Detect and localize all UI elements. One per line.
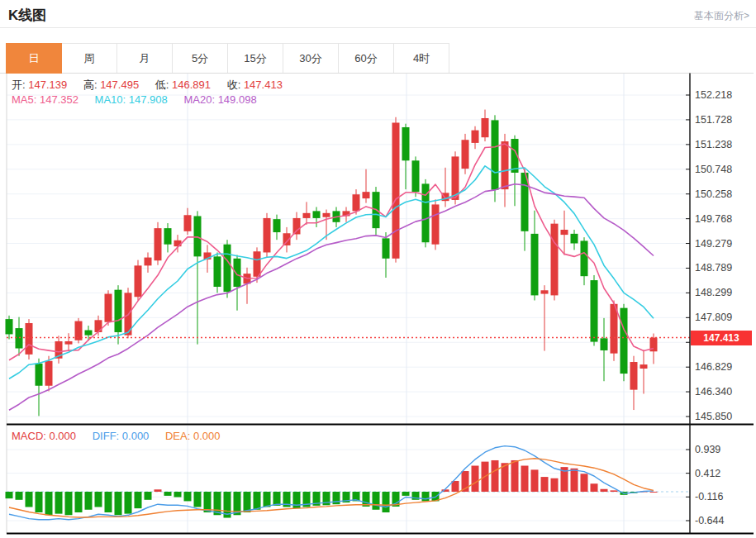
- macd-bar: [244, 492, 251, 512]
- macd-bar: [521, 466, 529, 493]
- candle-body: [383, 238, 390, 258]
- dea-label: DEA:: [165, 430, 190, 442]
- kline-page: K线图 基本面分析> 日周月5分15分30分60分4时 152.218151.7…: [0, 0, 756, 538]
- candle-body: [353, 194, 360, 211]
- candle-body: [640, 364, 648, 369]
- candle-body: [184, 215, 192, 231]
- macd-bar: [174, 492, 182, 498]
- ma20-label: MA20:: [183, 93, 215, 106]
- macd-bar: [184, 492, 192, 501]
- candle-body: [363, 192, 370, 198]
- candle-body: [95, 320, 102, 332]
- diff-value: 0.000: [122, 430, 150, 442]
- ohlc-info: 开: 147.139 高: 147.495 低: 146.891 收: 147.…: [12, 78, 296, 93]
- macd-bar: [531, 469, 539, 492]
- high-value: 147.495: [100, 79, 139, 91]
- low-label: 低:: [155, 79, 169, 91]
- candle-body: [164, 228, 172, 245]
- macd-bar: [155, 489, 162, 492]
- macd-bar: [125, 492, 132, 514]
- macd-bar: [383, 492, 390, 512]
- candle-body: [254, 251, 261, 277]
- macd-bar: [601, 489, 608, 492]
- price-tick-label: 145.850: [695, 411, 732, 422]
- candle-body: [293, 218, 301, 235]
- macd-bar: [293, 492, 301, 508]
- ma5-value: 147.352: [40, 93, 78, 106]
- candle-body: [115, 290, 122, 332]
- price-tick-label: 146.829: [695, 361, 732, 373]
- macd-bar: [551, 478, 559, 492]
- macd-bar: [254, 492, 261, 510]
- close-label: 收:: [227, 79, 241, 91]
- macd-bar: [6, 492, 13, 498]
- current-price-badge: 147.413: [691, 331, 752, 345]
- candle-body: [224, 245, 231, 292]
- macd-bar: [611, 490, 618, 492]
- price-tick-label: 152.218: [695, 89, 732, 101]
- macd-bar: [373, 492, 380, 510]
- open-label: 开:: [12, 79, 26, 91]
- ma20-value: 149.098: [218, 93, 257, 106]
- tab-日[interactable]: 日: [6, 43, 62, 74]
- candle-body: [155, 228, 162, 260]
- candle-body: [145, 258, 152, 266]
- price-tick-label: 150.748: [695, 164, 732, 175]
- open-value: 147.139: [28, 79, 67, 91]
- price-tick-label: 148.789: [695, 262, 732, 274]
- macd-bar: [264, 492, 271, 507]
- candle-body: [541, 290, 549, 293]
- candle-body: [571, 234, 578, 244]
- macd-tick-label: -0.644: [695, 515, 724, 526]
- candle-body: [581, 240, 588, 276]
- price-tick-label: 148.299: [695, 287, 732, 298]
- macd-bar: [650, 492, 658, 493]
- macd-bar: [85, 492, 93, 510]
- macd-bar: [591, 483, 598, 492]
- macd-bar: [16, 492, 23, 500]
- candle-body: [273, 219, 281, 232]
- macd-bar: [36, 492, 43, 512]
- candle-body: [6, 319, 13, 334]
- close-value: 147.413: [244, 79, 283, 91]
- macd-bar: [145, 492, 152, 500]
- candle-body: [105, 294, 112, 322]
- candle-body: [85, 331, 93, 336]
- candle-body: [462, 140, 469, 169]
- macd-bar: [26, 492, 33, 507]
- candle-body: [264, 218, 271, 253]
- candle-body: [234, 259, 241, 287]
- candle-body: [620, 308, 628, 374]
- price-tick-label: 151.728: [695, 114, 732, 126]
- macd-tick-label: 0.412: [695, 468, 720, 479]
- macd-label: MACD:: [12, 430, 46, 442]
- candle-body: [65, 341, 73, 345]
- price-tick-label: 150.258: [695, 188, 732, 200]
- ma-info: MA5: 147.352 MA10: 147.908 MA20: 149.098: [12, 93, 270, 106]
- macd-bar: [105, 492, 112, 512]
- macd-bar: [273, 492, 281, 506]
- dea-value: 0.000: [193, 430, 221, 442]
- candle-body: [502, 141, 509, 189]
- diff-label: DIFF:: [93, 430, 120, 442]
- price-tick-label: 146.340: [695, 386, 732, 398]
- candle-body: [531, 234, 539, 296]
- macd-bar: [194, 492, 202, 507]
- ma10-value: 147.908: [129, 93, 168, 106]
- macd-bar: [472, 466, 479, 493]
- candle-body: [591, 280, 598, 342]
- ma5-label: MA5:: [12, 93, 36, 106]
- macd-bar: [65, 492, 73, 515]
- macd-bar: [75, 492, 83, 512]
- candle-body: [432, 204, 440, 244]
- macd-bar: [45, 492, 53, 515]
- macd-bar: [422, 492, 430, 501]
- candle-body: [482, 118, 489, 137]
- candle-body: [214, 256, 221, 287]
- macd-bar: [571, 469, 578, 492]
- high-label: 高:: [83, 79, 97, 91]
- macd-bar: [95, 492, 102, 507]
- candle-body: [561, 230, 568, 235]
- candle-body: [36, 364, 43, 386]
- candle-body: [551, 224, 559, 296]
